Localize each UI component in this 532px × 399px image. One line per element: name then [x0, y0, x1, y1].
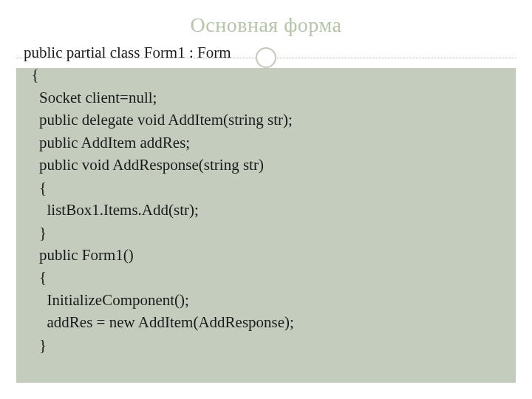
- code-line: public partial class Form1 : Form: [24, 41, 294, 64]
- code-line: public Form1(): [24, 244, 294, 266]
- code-line: public void AddResponse(string str): [24, 154, 294, 176]
- code-line: Socket client=null;: [24, 86, 294, 109]
- title-area: Основная форма: [0, 0, 532, 37]
- code-line: {: [24, 177, 294, 199]
- code-block: public partial class Form1 : Form { Sock…: [24, 41, 294, 356]
- slide-title: Основная форма: [0, 13, 532, 37]
- code-line: public AddItem addRes;: [24, 132, 294, 154]
- code-line: }: [24, 334, 294, 356]
- code-line: }: [24, 222, 294, 244]
- slide: Основная форма public partial class Form…: [0, 0, 532, 399]
- code-line: listBox1.Items.Add(str);: [24, 199, 294, 221]
- code-line: {: [24, 64, 294, 86]
- code-line: public delegate void AddItem(string str)…: [24, 109, 294, 131]
- code-line: InitializeComponent();: [24, 289, 294, 311]
- code-line: addRes = new AddItem(AddResponse);: [24, 311, 294, 333]
- code-line: {: [24, 266, 294, 288]
